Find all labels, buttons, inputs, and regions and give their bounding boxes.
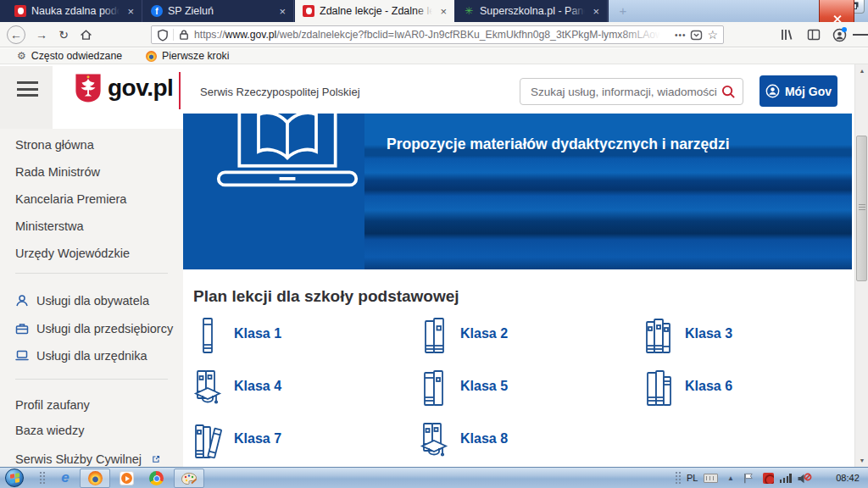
sidebar-item-urzedy-wojewodzkie[interactable]: Urzędy Wojewódzkie [15,247,130,260]
browser-menu-icon[interactable] [853,26,868,43]
paint-palette-icon [181,472,198,485]
klasa-2-link[interactable]: Klasa 2 [420,317,619,356]
tracking-protection-shield-icon[interactable] [157,29,169,42]
scroll-down-button[interactable]: ▼ [855,454,868,467]
action-center-flag-icon[interactable] [743,472,754,485]
home-icon [79,28,93,42]
taskbar-paint-button[interactable] [174,469,204,488]
sidebar-item-rada-ministrow[interactable]: Rada Ministrów [15,165,100,179]
klasa-3-link[interactable]: Klasa 3 [644,317,843,356]
books-icon [644,317,673,354]
back-button[interactable]: ← [7,25,25,44]
scrollbar-thumb[interactable] [856,136,867,281]
sidebar-item-ministerstwa[interactable]: Ministerstwa [15,219,84,233]
taskbar-clock[interactable]: 08:42 [831,473,865,483]
forward-button[interactable]: → [32,25,51,44]
govpl-brand[interactable]: gov.pl [108,75,173,102]
pocket-icon[interactable] [690,29,703,42]
bookmark-pierwsze-kroki[interactable]: Pierwsze kroki [146,50,229,62]
tab-close-icon[interactable]: × [437,5,449,18]
navigation-toolbar: ← → ↻ https://www.gov.pl/web/zdalnelekcj… [0,22,868,47]
search-input[interactable] [529,85,721,99]
network-signal-icon[interactable] [780,474,792,483]
bookmark-label: Pierwsze kroki [162,50,229,62]
sidebar-item-serwis-sluzby-cywilnej[interactable]: Serwis Służby Cywilnej [15,452,160,466]
superszkolna-favicon: ✳ [463,5,475,17]
new-tab-button[interactable]: + [614,2,632,20]
klasa-6-link[interactable]: Klasa 6 [644,369,843,408]
browser-tab-2[interactable]: f SP Zieluń × [143,0,294,22]
taskbar-media-player-icon[interactable] [120,471,134,485]
books-icon [644,369,673,407]
klasa-5-link[interactable]: Klasa 5 [420,369,619,408]
sidebar-item-uslugi-dla-przedsiebiorcy[interactable]: Usługi dla przedsiębiorcy [15,322,173,336]
start-button[interactable] [5,469,24,487]
taskbar-firefox-button[interactable] [80,469,110,488]
urlbar-separator [173,29,174,41]
tab-close-icon[interactable]: × [276,5,288,18]
banner[interactable]: Propozycje materiałów dydaktycznych i na… [183,114,852,269]
windows-flag-icon [10,473,19,484]
lock-icon [178,29,190,41]
bookmark-czesto-odwiedzane[interactable]: ⚙ Często odwiedzane [17,50,122,62]
klasa-7-link[interactable]: Klasa 7 [193,422,392,461]
keyboard-icon[interactable] [704,474,718,483]
search-icon[interactable] [721,85,736,99]
tab-close-icon[interactable]: × [590,5,602,18]
facebook-favicon: f [151,5,163,17]
govpl-favicon [303,5,314,17]
sidebar-item-kancelaria-premiera[interactable]: Kancelaria Premiera [15,192,126,206]
page-scrollbar[interactable]: ▲ ▼ [854,64,868,467]
tab-title: Zdalne lekcje - Zdalne lekcje - [320,5,432,17]
reload-button[interactable]: ↻ [54,25,73,44]
account-icon[interactable] [831,26,848,43]
klasa-1-link[interactable]: Klasa 1 [193,317,392,356]
taskbar-chrome-icon[interactable] [149,471,164,485]
sidebar-toggle-icon[interactable] [805,26,822,43]
klasa-8-link[interactable]: Klasa 8 [420,422,619,461]
library-icon[interactable] [778,26,795,43]
language-indicator[interactable]: PL [687,473,698,483]
person-circle-icon [765,84,780,98]
sidebar-item-uslugi-dla-obywatela[interactable]: Usługi dla obywatela [15,294,149,308]
page-actions-icon[interactable]: ••• [675,30,687,40]
browser-tab-1[interactable]: Nauka zdalna podczas zawiesze × [7,0,142,22]
books-graduation-icon [193,369,222,407]
tab-close-icon[interactable]: × [125,5,136,18]
sidebar-item-strona-glowna[interactable]: Strona główna [15,138,94,152]
tray-app-icon[interactable] [763,473,774,484]
books-icon [193,317,222,354]
govpl-eagle-logo[interactable] [75,72,102,104]
tab-title: SP Zieluń [168,5,271,17]
govpl-search[interactable] [520,78,743,105]
firefox-icon [146,51,157,62]
screen: Nauka zdalna podczas zawiesze × f SP Zie… [0,0,868,488]
moj-gov-label: Mój Gov [785,85,832,98]
sidebar-item-uslugi-dla-urzednika[interactable]: Usługi dla urzędnika [15,349,147,363]
page-viewport: gov.pl Serwis Rzeczypospolitej Polskiej … [0,64,868,467]
home-button[interactable] [76,25,95,44]
sidebar-item-profil-zaufany[interactable]: Profil zaufany [15,398,90,412]
laptop-book-icon [215,114,359,195]
url-text: https://www.gov.pl/web/zdalnelekcje?fbcl… [194,29,670,41]
sidebar-item-baza-wiedzy[interactable]: Baza wiedzy [15,424,84,437]
bookmark-star-icon[interactable]: ☆ [707,28,718,42]
show-hidden-icons[interactable]: ▲ [727,474,734,482]
klasa-4-link[interactable]: Klasa 4 [193,369,392,408]
browser-tab-3-active[interactable]: Zdalne lekcje - Zdalne lekcje - × [295,0,454,22]
address-bar[interactable]: https://www.gov.pl/web/zdalnelekcje?fbcl… [151,25,724,44]
sidebar-item-label: Usługi dla obywatela [36,294,149,308]
moj-gov-button[interactable]: Mój Gov [760,75,837,107]
scroll-up-button[interactable]: ▲ [855,64,868,77]
windows-taskbar: e PL ▲ 08:42 [0,467,868,488]
taskbar-ie-icon[interactable]: e [58,469,73,486]
volume-muted-icon[interactable] [797,473,812,485]
window-titlebar: Nauka zdalna podczas zawiesze × f SP Zie… [0,0,868,22]
external-link-icon [152,455,160,463]
browser-tab-4[interactable]: ✳ Superszkolna.pl - Panel admini × [455,0,608,22]
govpl-menu-button[interactable] [17,81,38,101]
bookmark-label: Często odwiedzane [31,50,122,62]
sidebar-item-label: Serwis Służby Cywilnej [15,452,142,466]
klasa-label: Klasa 3 [685,326,732,341]
klasa-label: Klasa 7 [234,431,281,446]
